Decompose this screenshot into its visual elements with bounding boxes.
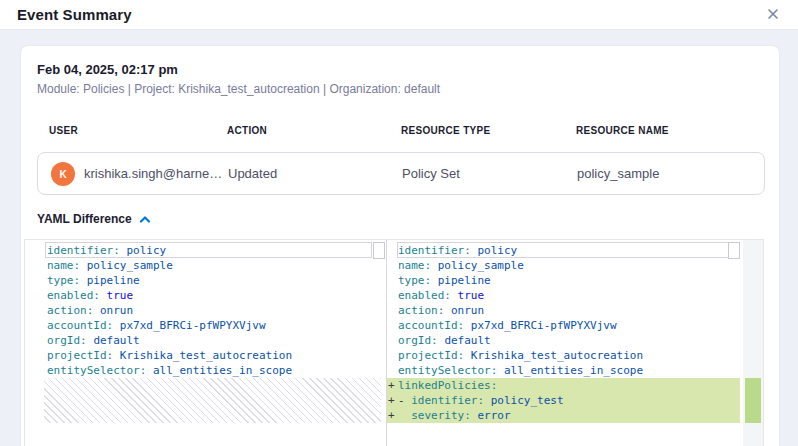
- column-header-action: ACTION: [227, 125, 267, 136]
- diff-added-line: +- identifier: policy_test: [387, 393, 740, 408]
- action-value: Updated: [228, 166, 277, 181]
- column-header-user: USER: [49, 125, 78, 136]
- diff-line: projectId: Krishika_test_autocreation: [25, 348, 386, 363]
- diff-line: accountId: px7xd_BFRCi-pfWPYXVjvw: [387, 318, 740, 333]
- column-header-resource-type: RESOURCE TYPE: [401, 125, 490, 136]
- diff-line: name: policy_sample: [25, 258, 386, 273]
- diff-line: name: policy_sample: [387, 258, 740, 273]
- diff-line: entitySelector: all_entities_in_scope: [25, 363, 386, 378]
- table-row: K krishika.singh@harne… Updated Policy S…: [37, 152, 765, 195]
- diff-line: projectId: Krishika_test_autocreation: [387, 348, 740, 363]
- close-icon: [767, 8, 779, 23]
- yaml-diff-editor: identifier: policyname: policy_sampletyp…: [24, 239, 764, 446]
- left-scrollbar-thumb[interactable]: [373, 242, 385, 259]
- diff-right-pane[interactable]: identifier: policyname: policy_sampletyp…: [387, 240, 740, 446]
- diff-left-pane[interactable]: identifier: policyname: policy_sampletyp…: [25, 240, 387, 446]
- event-context: Module: Policies | Project: Krishika_tes…: [37, 82, 440, 96]
- diff-line: action: onrun: [387, 303, 740, 318]
- close-button[interactable]: [762, 4, 784, 26]
- added-line-gutter: +: [388, 393, 398, 408]
- added-line-gutter: +: [388, 378, 398, 393]
- column-header-resource-name: RESOURCE NAME: [576, 125, 669, 136]
- diff-overview-ruler[interactable]: [743, 240, 763, 446]
- diff-line: orgId: default: [25, 333, 386, 348]
- diff-line: entitySelector: all_entities_in_scope: [387, 363, 740, 378]
- diff-placeholder-hatch: [44, 378, 381, 423]
- event-timestamp: Feb 04, 2025, 02:17 pm: [37, 62, 178, 77]
- diff-added-line: +linkedPolicies:: [387, 378, 740, 393]
- modal-header: Event Summary: [0, 0, 798, 30]
- diff-line: orgId: default: [387, 333, 740, 348]
- right-scrollbar-thumb[interactable]: [728, 242, 740, 259]
- resource-type-value: Policy Set: [402, 166, 460, 181]
- diff-line: type: pipeline: [25, 273, 386, 288]
- diff-line: identifier: policy: [25, 243, 386, 258]
- diff-line: enabled: true: [25, 288, 386, 303]
- diff-line: identifier: policy: [387, 243, 740, 258]
- user-email: krishika.singh@harne…: [84, 166, 222, 181]
- yaml-difference-toggle[interactable]: YAML Difference: [37, 210, 151, 228]
- event-summary-card: Feb 04, 2025, 02:17 pm Module: Policies …: [20, 45, 780, 446]
- yaml-difference-label: YAML Difference: [37, 212, 132, 226]
- page-title: Event Summary: [17, 6, 132, 23]
- diff-line: action: onrun: [25, 303, 386, 318]
- avatar: K: [51, 162, 75, 186]
- added-lines-marker: [745, 378, 761, 423]
- diff-line: enabled: true: [387, 288, 740, 303]
- diff-added-line: + severity: error: [387, 408, 740, 423]
- added-line-gutter: +: [388, 408, 398, 423]
- diff-line: type: pipeline: [387, 273, 740, 288]
- resource-name-value: policy_sample: [577, 166, 659, 181]
- diff-line: accountId: px7xd_BFRCi-pfWPYXVjvw: [25, 318, 386, 333]
- chevron-up-icon: [139, 210, 151, 228]
